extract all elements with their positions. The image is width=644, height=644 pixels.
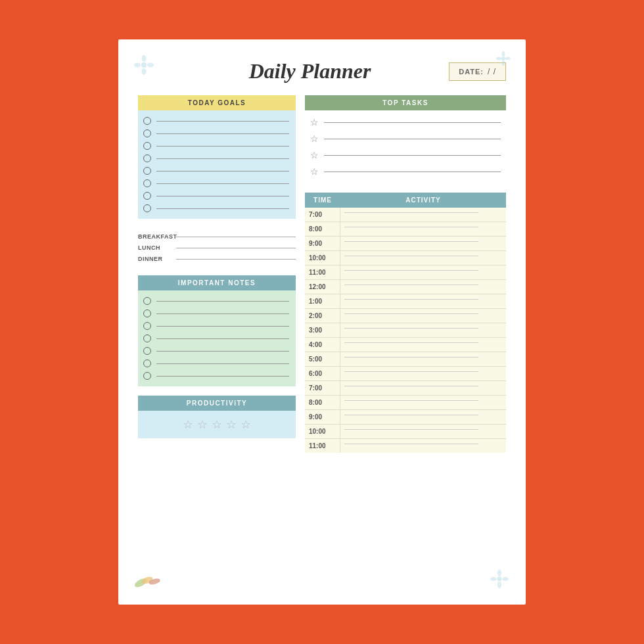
deco-flower-top-right	[494, 49, 513, 72]
productivity-star-1[interactable]: ☆	[183, 417, 193, 432]
task-row-4[interactable]: ☆	[310, 166, 501, 177]
goal-row-3[interactable]	[143, 142, 289, 150]
goal-checkbox-7[interactable]	[143, 192, 151, 200]
meal-row-breakfast: BREAKFAST	[138, 233, 296, 240]
schedule-time-8: 3:00	[305, 323, 340, 337]
date-label: DATE:	[459, 68, 484, 76]
schedule-activity-12	[340, 381, 506, 395]
schedule-activity-8	[340, 323, 506, 337]
task-row-3[interactable]: ☆	[310, 150, 501, 160]
svg-point-6	[502, 51, 505, 57]
planner-page: Daily Planner DATE: / / TODAY GOALS	[118, 39, 526, 605]
goal-row-8[interactable]	[143, 204, 289, 212]
note-checkbox-6[interactable]	[143, 359, 151, 367]
schedule-row-2[interactable]: 9:00	[305, 237, 506, 251]
schedule-row-14[interactable]: 9:00	[305, 410, 506, 425]
goal-line-7	[156, 196, 289, 196]
goal-row-2[interactable]	[143, 129, 289, 137]
note-checkbox-1[interactable]	[143, 297, 151, 305]
schedule-row-12[interactable]: 7:00	[305, 381, 506, 396]
schedule-time-4: 11:00	[305, 265, 340, 279]
meal-dinner-label: DINNER	[138, 256, 176, 262]
right-column: TOP TASKS ☆ ☆ ☆ ☆ TIME ACTIVITY 7:00 8:0…	[305, 95, 506, 453]
productivity-star-4[interactable]: ☆	[226, 417, 237, 432]
schedule-time-14: 9:00	[305, 410, 340, 424]
schedule-row-15[interactable]: 10:00	[305, 425, 506, 439]
task-row-2[interactable]: ☆	[310, 133, 501, 144]
deco-flower-top-left	[131, 53, 156, 82]
note-line-6	[156, 363, 289, 364]
schedule-activity-9	[340, 338, 506, 352]
schedule-row-1[interactable]: 8:00	[305, 222, 506, 237]
schedule-row-9[interactable]: 4:00	[305, 338, 506, 352]
schedule-time-16: 11:00	[305, 439, 340, 453]
schedule-row-16[interactable]: 11:00	[305, 439, 506, 453]
note-row-3[interactable]	[143, 322, 289, 330]
goal-line-3	[156, 146, 289, 147]
goal-checkbox-4[interactable]	[143, 154, 151, 162]
note-checkbox-3[interactable]	[143, 322, 151, 330]
schedule-row-6[interactable]: 1:00	[305, 294, 506, 309]
svg-point-5	[501, 57, 505, 60]
schedule-time-5: 12:00	[305, 280, 340, 294]
notes-header: IMPORTANT NOTES	[138, 275, 296, 290]
schedule-activity-4	[340, 265, 506, 279]
note-row-6[interactable]	[143, 359, 289, 367]
goal-row-7[interactable]	[143, 192, 289, 200]
goal-row-4[interactable]	[143, 154, 289, 162]
task-line-3	[324, 155, 501, 156]
schedule-row-7[interactable]: 2:00	[305, 309, 506, 323]
schedule-row-13[interactable]: 8:00	[305, 396, 506, 410]
productivity-star-2[interactable]: ☆	[197, 417, 208, 432]
productivity-star-3[interactable]: ☆	[212, 417, 222, 432]
meal-breakfast-label: BREAKFAST	[138, 233, 176, 240]
goal-checkbox-6[interactable]	[143, 179, 151, 187]
task-star-4: ☆	[310, 166, 319, 177]
schedule-row-3[interactable]: 10:00	[305, 251, 506, 265]
header: Daily Planner DATE: / /	[138, 59, 506, 83]
note-row-1[interactable]	[143, 297, 289, 305]
schedule-row-11[interactable]: 6:00	[305, 367, 506, 381]
note-checkbox-5[interactable]	[143, 347, 151, 355]
goal-checkbox-5[interactable]	[143, 167, 151, 175]
svg-point-3	[134, 63, 141, 68]
note-checkbox-2[interactable]	[143, 310, 151, 317]
schedule-row-8[interactable]: 3:00	[305, 323, 506, 338]
goal-row-6[interactable]	[143, 179, 289, 187]
note-row-5[interactable]	[143, 347, 289, 355]
schedule-row-4[interactable]: 11:00	[305, 265, 506, 280]
goal-line-6	[156, 183, 289, 184]
productivity-section: PRODUCTIVITY ☆ ☆ ☆ ☆ ☆	[138, 396, 296, 438]
schedule-row-10[interactable]: 5:00	[305, 352, 506, 367]
note-checkbox-4[interactable]	[143, 334, 151, 342]
page-title: Daily Planner	[249, 59, 371, 83]
task-line-2	[324, 139, 501, 139]
goal-row-5[interactable]	[143, 167, 289, 175]
note-checkbox-7[interactable]	[143, 372, 151, 380]
goal-checkbox-8[interactable]	[143, 204, 151, 212]
top-tasks-body: ☆ ☆ ☆ ☆	[305, 110, 506, 183]
schedule-row-5[interactable]: 12:00	[305, 280, 506, 294]
note-line-7	[156, 376, 289, 377]
schedule-time-7: 2:00	[305, 309, 340, 323]
schedule-row-0[interactable]: 7:00	[305, 208, 506, 222]
left-column: TODAY GOALS BREAKFAST	[138, 95, 296, 453]
task-star-1: ☆	[310, 117, 319, 127]
schedule-activity-13	[340, 396, 506, 409]
goal-checkbox-1[interactable]	[143, 117, 151, 125]
note-row-2[interactable]	[143, 310, 289, 317]
goal-row-1[interactable]	[143, 117, 289, 125]
meal-dinner-line	[176, 259, 296, 260]
schedule-activity-5	[340, 280, 506, 294]
top-tasks-header: TOP TASKS	[305, 95, 506, 110]
productivity-star-5[interactable]: ☆	[241, 417, 251, 432]
schedule-section: TIME ACTIVITY 7:00 8:00 9:00 10:00 11:00…	[305, 193, 506, 453]
note-row-4[interactable]	[143, 334, 289, 342]
schedule-time-6: 1:00	[305, 294, 340, 308]
note-row-7[interactable]	[143, 372, 289, 380]
schedule-activity-2	[340, 237, 506, 250]
task-row-1[interactable]: ☆	[310, 117, 501, 127]
goal-checkbox-3[interactable]	[143, 142, 151, 150]
svg-point-1	[142, 55, 147, 62]
goal-checkbox-2[interactable]	[143, 129, 151, 137]
